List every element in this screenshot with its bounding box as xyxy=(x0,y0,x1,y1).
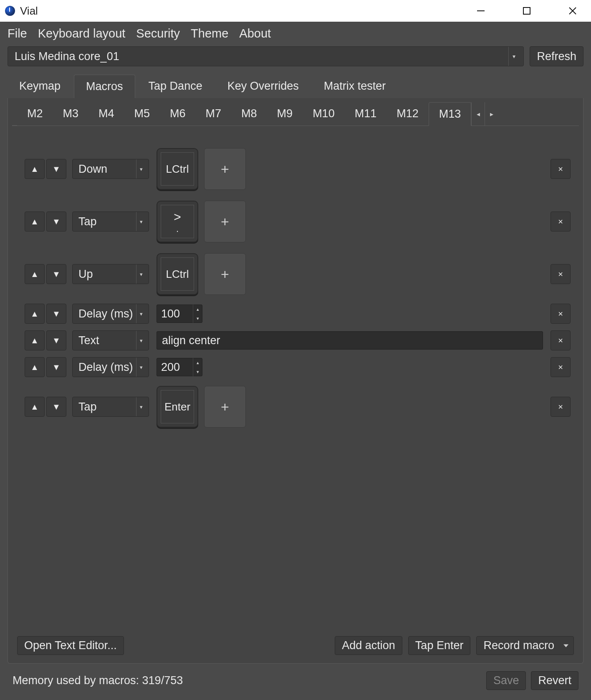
refresh-button[interactable]: Refresh xyxy=(530,46,583,66)
add-key-button[interactable]: + xyxy=(204,253,246,295)
record-macro-button[interactable]: Record macro xyxy=(476,636,574,655)
open-text-editor-button[interactable]: Open Text Editor... xyxy=(17,636,124,655)
tab-bar: KeymapMacrosTap DanceKey OverridesMatrix… xyxy=(8,75,583,98)
macro-row: ▲▼Delay (ms)▾▴▾× xyxy=(25,354,571,380)
delete-row-button[interactable]: × xyxy=(551,357,571,377)
chevron-down-icon: ▾ xyxy=(136,212,146,231)
spin-down-button[interactable]: ▾ xyxy=(193,314,202,323)
macro-tab[interactable]: M12 xyxy=(386,102,429,126)
chevron-down-icon: ▾ xyxy=(136,358,146,377)
menu-item[interactable]: About xyxy=(239,27,271,40)
delete-row-button[interactable]: × xyxy=(551,212,571,232)
title-bar: Vial xyxy=(0,0,591,22)
revert-button[interactable]: Revert xyxy=(531,671,578,690)
move-up-button[interactable]: ▲ xyxy=(25,304,45,324)
spin-up-button[interactable]: ▴ xyxy=(193,358,202,367)
text-input[interactable] xyxy=(157,331,543,350)
macro-tab[interactable]: M9 xyxy=(267,102,303,126)
app-body: FileKeyboard layoutSecurityThemeAbout Lu… xyxy=(0,22,591,700)
move-down-button[interactable]: ▼ xyxy=(46,304,66,324)
device-select[interactable]: Luis Medina core_01 ▾ xyxy=(8,46,524,66)
top-row: Luis Medina core_01 ▾ Refresh xyxy=(0,46,591,66)
keycap[interactable]: >. xyxy=(157,201,198,242)
keycap[interactable]: Enter xyxy=(157,386,198,428)
action-select[interactable]: Tap▾ xyxy=(72,212,149,232)
keycap-bottom: LCtrl xyxy=(166,269,189,279)
macro-tab[interactable]: M2 xyxy=(17,102,53,126)
menu-item[interactable]: Keyboard layout xyxy=(38,27,126,40)
add-action-button[interactable]: Add action xyxy=(335,636,402,655)
tap-enter-button[interactable]: Tap Enter xyxy=(408,636,471,655)
panel-bottom-bar: Open Text Editor... Add action Tap Enter… xyxy=(12,631,579,657)
action-select[interactable]: Delay (ms)▾ xyxy=(72,304,149,324)
scroll-left-button[interactable]: ◂ xyxy=(471,102,485,126)
memory-status: Memory used by macros: 319/753 xyxy=(13,674,183,687)
menu-item[interactable]: Security xyxy=(136,27,180,40)
macros-panel: M2M3M4M5M6M7M8M9M10M11M12M13◂▸ ▲▼Down▾LC… xyxy=(8,98,583,664)
macro-tab[interactable]: M10 xyxy=(303,102,345,126)
status-bar: Memory used by macros: 319/753 Save Reve… xyxy=(0,664,591,700)
action-select[interactable]: Down▾ xyxy=(72,159,149,179)
move-down-button[interactable]: ▼ xyxy=(46,159,66,179)
menu-bar: FileKeyboard layoutSecurityThemeAbout xyxy=(0,22,591,46)
delete-row-button[interactable]: × xyxy=(551,159,571,179)
action-label: Delay (ms) xyxy=(78,361,133,374)
delete-row-button[interactable]: × xyxy=(551,397,571,417)
tab[interactable]: Tap Dance xyxy=(137,75,214,98)
menu-item[interactable]: Theme xyxy=(191,27,228,40)
minimize-icon xyxy=(476,6,485,15)
save-button[interactable]: Save xyxy=(486,671,526,690)
move-up-button[interactable]: ▲ xyxy=(25,212,45,232)
svg-rect-1 xyxy=(523,8,530,14)
move-up-button[interactable]: ▲ xyxy=(25,159,45,179)
add-key-button[interactable]: + xyxy=(204,201,246,242)
spin-up-button[interactable]: ▴ xyxy=(193,305,202,314)
move-up-button[interactable]: ▲ xyxy=(25,357,45,377)
delete-row-button[interactable]: × xyxy=(551,304,571,324)
move-up-button[interactable]: ▲ xyxy=(25,397,45,417)
macro-tab[interactable]: M6 xyxy=(160,102,196,126)
menu-item[interactable]: File xyxy=(8,27,27,40)
macro-tab[interactable]: M8 xyxy=(231,102,267,126)
move-down-button[interactable]: ▼ xyxy=(46,264,66,284)
device-name: Luis Medina core_01 xyxy=(15,50,119,63)
move-down-button[interactable]: ▼ xyxy=(46,397,66,417)
keycap[interactable]: LCtrl xyxy=(157,253,198,295)
move-up-button[interactable]: ▲ xyxy=(25,330,45,350)
delay-input[interactable] xyxy=(157,307,193,320)
action-select[interactable]: Text▾ xyxy=(72,330,149,350)
macro-tab[interactable]: M4 xyxy=(88,102,124,126)
macro-tab[interactable]: M5 xyxy=(124,102,160,126)
move-down-button[interactable]: ▼ xyxy=(46,330,66,350)
macro-tab[interactable]: M13 xyxy=(429,102,472,126)
keycap[interactable]: LCtrl xyxy=(157,148,198,190)
close-button[interactable] xyxy=(564,3,581,19)
macro-tab[interactable]: M7 xyxy=(196,102,232,126)
action-select[interactable]: Tap▾ xyxy=(72,397,149,417)
delete-row-button[interactable]: × xyxy=(551,264,571,284)
maximize-button[interactable] xyxy=(518,3,535,19)
add-key-button[interactable]: + xyxy=(204,148,246,190)
chevron-down-icon: ▾ xyxy=(508,47,519,66)
move-up-button[interactable]: ▲ xyxy=(25,264,45,284)
minimize-button[interactable] xyxy=(472,3,489,19)
tab[interactable]: Matrix tester xyxy=(312,75,398,98)
spin-down-button[interactable]: ▾ xyxy=(193,367,202,376)
tab[interactable]: Macros xyxy=(74,75,135,98)
tab[interactable]: Key Overrides xyxy=(216,75,311,98)
move-down-button[interactable]: ▼ xyxy=(46,212,66,232)
keycap-bottom: LCtrl xyxy=(166,164,189,174)
macro-tab[interactable]: M3 xyxy=(53,102,89,126)
action-label: Delay (ms) xyxy=(78,307,133,320)
macro-row: ▲▼Delay (ms)▾▴▾× xyxy=(25,300,571,327)
tab[interactable]: Keymap xyxy=(8,75,72,98)
action-select[interactable]: Delay (ms)▾ xyxy=(72,357,149,377)
delete-row-button[interactable]: × xyxy=(551,330,571,350)
add-key-button[interactable]: + xyxy=(204,386,246,428)
scroll-right-button[interactable]: ▸ xyxy=(485,102,498,126)
delay-input[interactable] xyxy=(157,361,193,374)
macro-tab[interactable]: M11 xyxy=(345,102,387,126)
action-select[interactable]: Up▾ xyxy=(72,264,149,284)
macro-row: ▲▼Tap▾Enter+× xyxy=(25,380,571,433)
move-down-button[interactable]: ▼ xyxy=(46,357,66,377)
